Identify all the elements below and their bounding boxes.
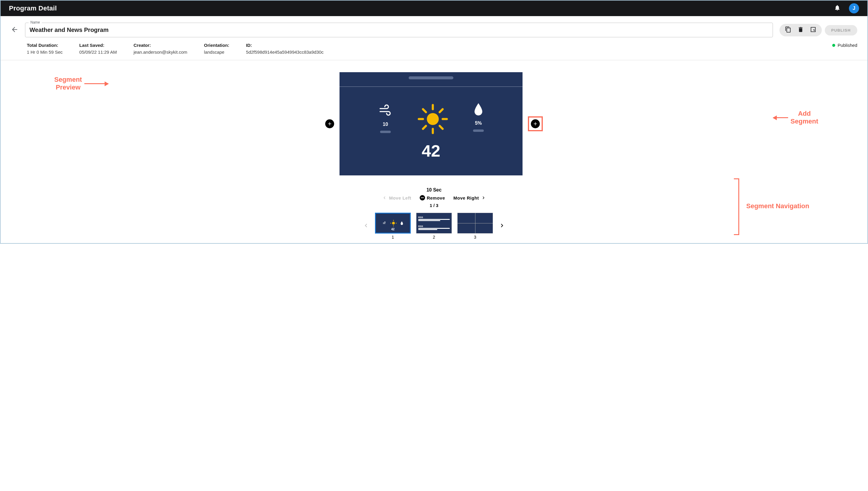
thumb-label-3: 3 xyxy=(474,235,476,239)
drop-icon xyxy=(473,103,484,117)
meta-saved: Last Saved: 05/09/22 11:29 AM xyxy=(79,42,117,55)
next-thumbs-button[interactable] xyxy=(498,222,505,230)
content-header: Name PUBLISH xyxy=(1,16,867,42)
status-dot-icon xyxy=(832,44,835,47)
wind-value: 10 xyxy=(383,122,388,127)
humidity-value: 5% xyxy=(475,120,482,126)
annotation-add-segment: Add Segment xyxy=(773,110,818,125)
page-title: Program Detail xyxy=(9,4,57,12)
toolbar: PUBLISH xyxy=(779,24,857,36)
meta-id: ID: 5d2f598d914e45a5949943cc83a9d30c xyxy=(246,42,323,55)
add-segment-left-button[interactable] xyxy=(325,119,334,128)
name-label: Name xyxy=(29,20,42,25)
svg-line-7 xyxy=(440,126,443,129)
name-field: Name xyxy=(25,23,773,37)
icon-toolbar xyxy=(779,24,822,36)
thumb-label-1: 1 xyxy=(392,235,394,239)
svg-point-10 xyxy=(392,222,395,224)
segment-duration: 10 Sec xyxy=(427,187,442,193)
annotation-segment-nav: Segment Navigation xyxy=(746,202,809,210)
remove-icon xyxy=(420,195,425,200)
thumb-label-2: 2 xyxy=(433,235,435,239)
move-left-button[interactable]: Move Left xyxy=(382,195,411,200)
annotation-segment-preview: Segment Preview xyxy=(54,76,108,91)
thumb-3[interactable] xyxy=(457,213,493,234)
move-right-button[interactable]: Move Right xyxy=(454,195,486,200)
delete-icon[interactable] xyxy=(797,26,804,34)
temperature-value: 42 xyxy=(340,141,523,161)
header-actions: J xyxy=(834,3,859,13)
svg-line-9 xyxy=(440,109,443,112)
add-segment-right-button[interactable] xyxy=(531,119,540,128)
app-header: Program Detail J xyxy=(1,1,867,16)
preview-area: Segment Preview 10 xyxy=(1,60,867,178)
svg-point-1 xyxy=(427,113,439,125)
publish-button[interactable]: PUBLISH xyxy=(825,25,857,35)
wind-icon xyxy=(378,103,393,118)
meta-row: Total Duration: 1 Hr 0 Min 59 Sec Last S… xyxy=(1,42,867,55)
svg-line-6 xyxy=(423,109,426,112)
name-input[interactable] xyxy=(25,23,773,37)
status-badge: Published xyxy=(832,42,857,48)
avatar[interactable]: J xyxy=(849,3,859,13)
segment-navigation: Segment Navigation 10 Sec Move Left Remo… xyxy=(1,178,867,243)
back-icon[interactable] xyxy=(11,23,19,35)
meta-orientation: Orientation: landscape xyxy=(204,42,229,55)
remove-button[interactable]: Remove xyxy=(420,195,445,200)
thumb-2[interactable]: RSS RSS xyxy=(416,213,452,234)
meta-duration: Total Duration: 1 Hr 0 Min 59 Sec xyxy=(27,42,63,55)
bell-icon[interactable] xyxy=(834,4,841,12)
thumb-1[interactable]: 42 xyxy=(375,213,411,234)
meta-creator: Creator: jean.anderson@skykit.com xyxy=(133,42,187,55)
sun-icon xyxy=(416,103,449,137)
segment-counter: 1 / 3 xyxy=(430,203,438,208)
svg-line-8 xyxy=(423,126,426,129)
fullscreen-icon[interactable] xyxy=(810,26,816,34)
copy-icon[interactable] xyxy=(785,26,792,34)
prev-thumbs-button[interactable] xyxy=(363,222,370,230)
segment-preview[interactable]: 10 5% 42 xyxy=(340,72,523,175)
drag-handle-icon[interactable] xyxy=(409,76,454,79)
